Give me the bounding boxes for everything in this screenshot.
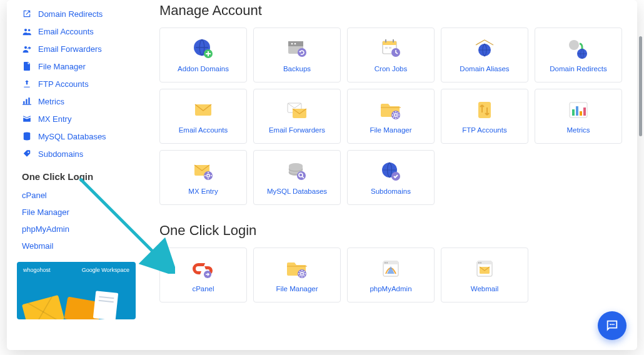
- sidebar-login-label: phpMyAdmin: [22, 224, 69, 234]
- users-share-icon: [22, 44, 32, 54]
- card-label: MX Entry: [188, 188, 218, 195]
- card-metrics[interactable]: Metrics: [535, 89, 622, 144]
- card-label: FTP Accounts: [462, 126, 506, 134]
- svg-rect-6: [23, 104, 31, 105]
- card-ftp-accounts[interactable]: FTP Accounts: [441, 89, 528, 144]
- globe-roof-icon: [472, 38, 497, 60]
- sidebar-login-webmail[interactable]: Webmail: [12, 238, 141, 254]
- card-label: Cron Jobs: [375, 65, 407, 72]
- card-mx-entry[interactable]: MX Entry: [159, 150, 247, 205]
- sidebar-item-file-manager[interactable]: File Manager: [12, 58, 141, 75]
- svg-point-0: [24, 28, 26, 31]
- sidebar-item-mx-entry[interactable]: MX Entry: [12, 110, 141, 128]
- card-label: Webmail: [471, 285, 499, 292]
- sidebar-item-label: File Manager: [38, 62, 86, 71]
- card-addon-domains[interactable]: Addon Domains: [159, 28, 247, 82]
- svg-rect-4: [26, 99, 27, 104]
- sidebar-item-ftp-accounts[interactable]: FTP Accounts: [12, 75, 141, 92]
- svg-point-1: [28, 29, 30, 31]
- manage-account-grid: Addon Domains Backups Cron Jobs Domain A…: [159, 28, 623, 205]
- sidebar-item-label: Email Forwarders: [38, 44, 102, 54]
- sidebar-item-email-accounts[interactable]: Email Accounts: [12, 22, 141, 40]
- sidebar-login-cpanel[interactable]: cPanel: [12, 187, 141, 204]
- bar-chart-icon: [22, 96, 32, 106]
- sidebar-item-label: MySQL Databases: [38, 132, 106, 141]
- globe-check-icon: [378, 160, 403, 182]
- promo-banner[interactable]: whogohost Google Workspace: [17, 262, 136, 319]
- folder-gear-icon: [378, 99, 403, 121]
- card-label: MySQL Databases: [267, 188, 327, 195]
- sidebar-item-subdomains[interactable]: Subdomains: [12, 145, 141, 162]
- card-domain-redirects[interactable]: Domain Redirects: [535, 28, 622, 82]
- svg-rect-18: [393, 39, 394, 42]
- card-domain-aliases[interactable]: Domain Aliases: [441, 28, 528, 82]
- svg-point-13: [294, 43, 296, 45]
- sidebar-item-label: Domain Redirects: [38, 9, 103, 19]
- chat-fab[interactable]: [598, 311, 626, 340]
- svg-rect-3: [23, 101, 24, 104]
- sidebar-item-metrics[interactable]: Metrics: [12, 92, 141, 110]
- sidebar-login-phpmyadmin[interactable]: phpMyAdmin: [12, 221, 141, 238]
- card-file-manager[interactable]: File Manager: [347, 89, 435, 144]
- svg-point-23: [569, 40, 579, 50]
- scrollbar-thumb[interactable]: [639, 36, 642, 136]
- sidebar-item-email-forwarders[interactable]: Email Forwarders: [12, 40, 141, 58]
- server-restore-icon: [284, 38, 309, 60]
- external-link-icon: [22, 9, 32, 19]
- card-label: Domain Aliases: [460, 65, 509, 72]
- document-icon: [93, 291, 118, 319]
- svg-rect-16: [383, 41, 396, 45]
- ftp-transfer-icon: [472, 99, 497, 121]
- card-label: Addon Domains: [178, 65, 229, 72]
- svg-point-49: [385, 262, 386, 264]
- card-webmail[interactable]: Webmail: [441, 248, 528, 302]
- card-cron-jobs[interactable]: Cron Jobs: [347, 28, 435, 82]
- svg-point-54: [480, 262, 481, 264]
- svg-point-2: [24, 46, 26, 48]
- svg-point-57: [611, 324, 613, 325]
- card-email-accounts[interactable]: Email Accounts: [159, 89, 247, 144]
- svg-point-58: [613, 324, 615, 325]
- card-label: Email Accounts: [179, 126, 228, 134]
- sidebar-item-mysql-databases[interactable]: MySQL Databases: [12, 128, 141, 145]
- card-label: File Manager: [276, 285, 318, 292]
- phpmyadmin-icon: [378, 258, 403, 280]
- sidebar: Domain Redirects Email Accounts Email Fo…: [7, 0, 146, 350]
- card-subdomains[interactable]: Subdomains: [347, 150, 435, 205]
- card-label: Metrics: [566, 126, 590, 134]
- calendar-clock-icon: [378, 38, 403, 60]
- card-label: Email Forwarders: [269, 126, 325, 134]
- card-cpanel[interactable]: cPanel: [159, 248, 247, 302]
- section-title-manage-account: Manage Account: [159, 2, 623, 19]
- sidebar-item-label: Subdomains: [38, 149, 83, 159]
- cpanel-icon: [191, 258, 216, 280]
- promo-brand-left: whogohost: [23, 267, 51, 273]
- mx-icon: [22, 114, 32, 124]
- sidebar-item-domain-redirects[interactable]: Domain Redirects: [12, 5, 141, 22]
- card-backups[interactable]: Backups: [253, 28, 341, 82]
- svg-rect-32: [572, 109, 575, 116]
- envelope-icon: [191, 99, 216, 121]
- card-mysql-databases[interactable]: MySQL Databases: [253, 150, 341, 205]
- sidebar-login-label: cPanel: [22, 191, 47, 200]
- svg-rect-17: [385, 39, 386, 42]
- svg-rect-19: [385, 47, 388, 49]
- sidebar-item-label: MX Entry: [38, 114, 71, 124]
- card-label: cPanel: [192, 285, 214, 292]
- sidebar-login-file-manager[interactable]: File Manager: [12, 204, 141, 221]
- svg-point-14: [298, 48, 306, 57]
- metrics-chart-icon: [566, 99, 591, 121]
- svg-rect-20: [389, 47, 391, 49]
- card-file-manager-login[interactable]: File Manager: [253, 248, 341, 302]
- sidebar-heading-one-click-login: One Click Login: [7, 162, 146, 187]
- card-phpmyadmin[interactable]: phpMyAdmin: [347, 248, 435, 302]
- card-label: Domain Redirects: [550, 65, 606, 72]
- database-icon: [22, 131, 32, 141]
- card-email-forwarders[interactable]: Email Forwarders: [253, 89, 341, 144]
- sidebar-item-label: FTP Accounts: [38, 79, 89, 89]
- upload-icon: [22, 79, 32, 89]
- svg-rect-35: [583, 108, 586, 116]
- svg-point-12: [291, 43, 293, 45]
- webmail-icon: [472, 258, 497, 280]
- sidebar-login-label: Webmail: [22, 241, 53, 251]
